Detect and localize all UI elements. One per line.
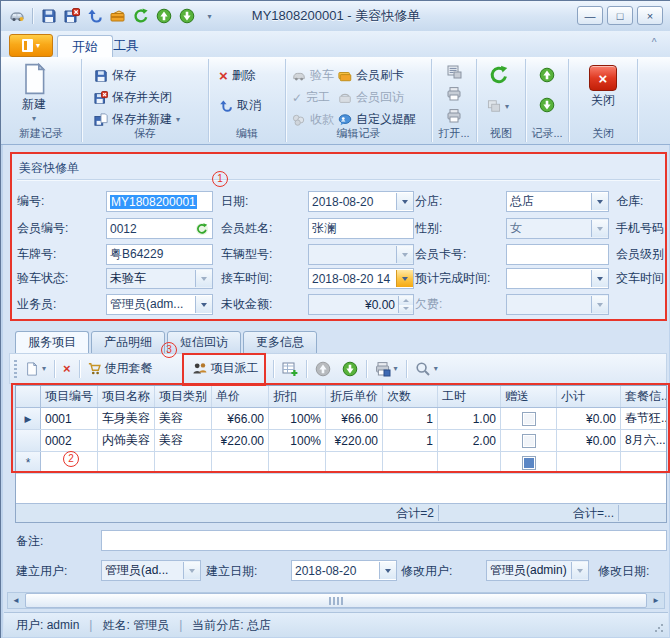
salesman-dropdown-button[interactable] <box>195 296 212 313</box>
next-record-icon[interactable] <box>177 7 196 26</box>
use-package-button[interactable]: 使用套餐 <box>85 358 156 379</box>
cell-times[interactable] <box>383 452 438 473</box>
branch-dropdown-button[interactable] <box>591 193 608 210</box>
cell-name[interactable] <box>98 452 155 473</box>
scroll-left-icon[interactable]: ◄ <box>8 593 24 608</box>
cell-category[interactable]: 美容 <box>155 430 212 451</box>
print-preview-button[interactable] <box>446 108 462 124</box>
created-by-field[interactable]: 管理员(ad... <box>101 560 201 581</box>
save-and-close-button[interactable]: 保存并关闭 <box>94 89 172 106</box>
tab-service-items[interactable]: 服务项目 <box>15 331 89 354</box>
member-refresh-icon[interactable] <box>195 222 209 236</box>
cell-discount[interactable]: 100% <box>269 430 326 451</box>
app-car-icon[interactable] <box>7 7 26 26</box>
cell-code[interactable]: 0001 <box>41 408 98 429</box>
cell-category[interactable]: 美容 <box>155 408 212 429</box>
application-menu-button[interactable]: ▾ <box>9 34 53 57</box>
col-item-category[interactable]: 项目类别 <box>155 386 212 407</box>
next-record-button[interactable] <box>539 97 555 113</box>
cell-category[interactable] <box>155 452 212 473</box>
undo-icon[interactable] <box>85 7 104 26</box>
cell-name[interactable]: 车身美容 <box>98 408 155 429</box>
plate-field[interactable]: 粤B64229 <box>106 244 213 265</box>
cell-code[interactable] <box>41 452 98 473</box>
date-field[interactable]: 2018-08-20 <box>308 191 414 212</box>
add-row-button[interactable]: ▾ <box>22 360 49 378</box>
horizontal-scrollbar[interactable]: ◄ ► <box>7 592 665 609</box>
receive-time-field[interactable]: 2018-08-20 14 <box>308 268 414 289</box>
close-window-button[interactable]: × <box>637 6 663 25</box>
qat-more-icon[interactable]: ▾ <box>200 7 219 26</box>
cell-price[interactable]: ¥220.00 <box>212 430 269 451</box>
cell-hours[interactable]: 2.00 <box>438 430 501 451</box>
cell-times[interactable]: 1 <box>383 430 438 451</box>
gift-checkbox[interactable] <box>522 412 536 426</box>
branch-field[interactable]: 总店 <box>506 191 609 212</box>
finish-button[interactable]: ✓ 完工 <box>292 89 330 106</box>
scroll-right-icon[interactable]: ► <box>648 593 664 608</box>
created-date-dropdown-button[interactable] <box>379 562 396 579</box>
tab-sms-visit[interactable]: 短信回访 <box>167 331 241 354</box>
tab-tools[interactable]: 工具 <box>99 35 153 57</box>
previous-record-button[interactable] <box>539 67 555 83</box>
view-layout-button[interactable]: ▾ <box>487 99 509 113</box>
unpaid-field[interactable]: ¥0.00 <box>308 294 414 315</box>
member-name-field[interactable]: 张澜 <box>308 218 414 239</box>
salesman-field[interactable]: 管理员(adm... <box>106 294 213 315</box>
col-gift[interactable]: 赠送 <box>501 386 557 407</box>
new-row[interactable]: * <box>16 452 666 474</box>
collapse-ribbon-icon[interactable]: ^ <box>647 37 661 51</box>
col-unit-price[interactable]: 单价 <box>212 386 269 407</box>
cell-disc-price[interactable] <box>326 452 383 473</box>
model-field[interactable] <box>308 244 414 265</box>
delete-row-button[interactable]: × <box>60 361 74 377</box>
tab-product-details[interactable]: 产品明细 <box>91 331 165 354</box>
col-subtotal[interactable]: 小计 <box>557 386 621 407</box>
cell-subtotal[interactable]: ¥0.00 <box>557 408 621 429</box>
cell-subtotal[interactable]: ¥0.00 <box>557 430 621 451</box>
col-hours[interactable]: 工时 <box>438 386 501 407</box>
cell-hours[interactable] <box>438 452 501 473</box>
save-icon[interactable] <box>39 7 58 26</box>
cell-package[interactable] <box>621 452 667 473</box>
est-finish-dropdown-button[interactable] <box>591 270 608 287</box>
cell-name[interactable]: 内饰美容 <box>98 430 155 451</box>
maximize-button[interactable]: □ <box>607 6 633 25</box>
cell-gift[interactable] <box>501 452 557 473</box>
cell-discount[interactable]: 100% <box>269 408 326 429</box>
table-row[interactable]: ▶ 0001 车身美容 美容 ¥66.00 100% ¥66.00 1 1.00… <box>16 408 666 430</box>
cancel-button[interactable]: 取消 <box>219 97 261 114</box>
date-dropdown-button[interactable] <box>396 193 413 210</box>
col-package[interactable]: 套餐信... <box>621 386 667 407</box>
gift-checkbox[interactable] <box>522 434 536 448</box>
dispatch-button[interactable]: 项目派工 <box>189 358 262 379</box>
cell-discount[interactable] <box>269 452 326 473</box>
inspect-status-field[interactable]: 未验车 <box>106 268 213 289</box>
cell-times[interactable]: 1 <box>383 408 438 429</box>
modified-by-field[interactable]: 管理员(admin) <box>486 560 589 581</box>
col-item-code[interactable]: 项目编号 <box>41 386 98 407</box>
col-item-name[interactable]: 项目名称 <box>98 386 155 407</box>
close-form-button[interactable]: × 关闭 <box>589 65 617 109</box>
cell-disc-price[interactable]: ¥220.00 <box>326 430 383 451</box>
print-button[interactable] <box>446 86 462 102</box>
previous-record-icon[interactable] <box>154 7 173 26</box>
inspect-car-button[interactable]: 验车 <box>292 67 334 84</box>
cell-gift[interactable] <box>501 430 557 451</box>
member-visit-button[interactable]: 会员回访 <box>338 89 404 106</box>
tab-more-info[interactable]: 更多信息 <box>243 331 317 354</box>
move-up-button[interactable] <box>312 359 334 379</box>
col-discount[interactable]: 折扣 <box>269 386 326 407</box>
new-button[interactable]: 新建 ▾ <box>21 63 47 123</box>
order-no-field[interactable]: MY1808200001 <box>106 191 213 212</box>
print-grid-button[interactable]: ▾ <box>372 359 401 379</box>
cell-disc-price[interactable]: ¥66.00 <box>326 408 383 429</box>
cell-package[interactable]: 8月六... <box>621 430 667 451</box>
cell-package[interactable]: 春节狂... <box>621 408 667 429</box>
cell-price[interactable] <box>212 452 269 473</box>
refresh-view-button[interactable] <box>489 65 509 85</box>
grid-settings-button[interactable] <box>279 359 301 379</box>
member-swipe-button[interactable]: 会员刷卡 <box>338 67 404 84</box>
delete-button[interactable]: × 删除 <box>219 67 256 84</box>
resize-grip[interactable] <box>654 623 664 633</box>
